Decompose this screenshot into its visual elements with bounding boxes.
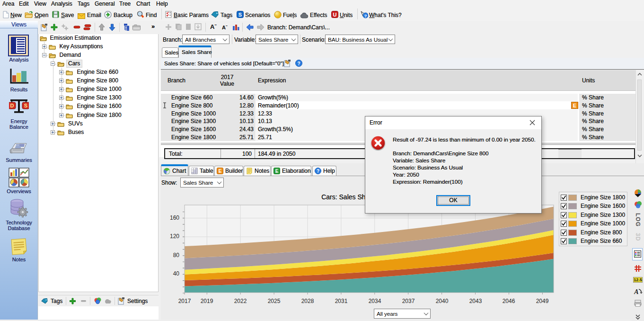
svg-text:E: E xyxy=(275,169,279,174)
svg-text:?: ? xyxy=(297,61,300,66)
svg-text:?: ? xyxy=(317,169,319,174)
svg-text:D: D xyxy=(10,103,14,108)
svg-text:S: S xyxy=(24,103,27,108)
svg-text:U: U xyxy=(333,12,337,18)
svg-text:?: ? xyxy=(364,13,367,18)
svg-text:A: A xyxy=(634,288,638,295)
svg-text:E: E xyxy=(219,169,222,174)
svg-text:S: S xyxy=(238,12,242,18)
